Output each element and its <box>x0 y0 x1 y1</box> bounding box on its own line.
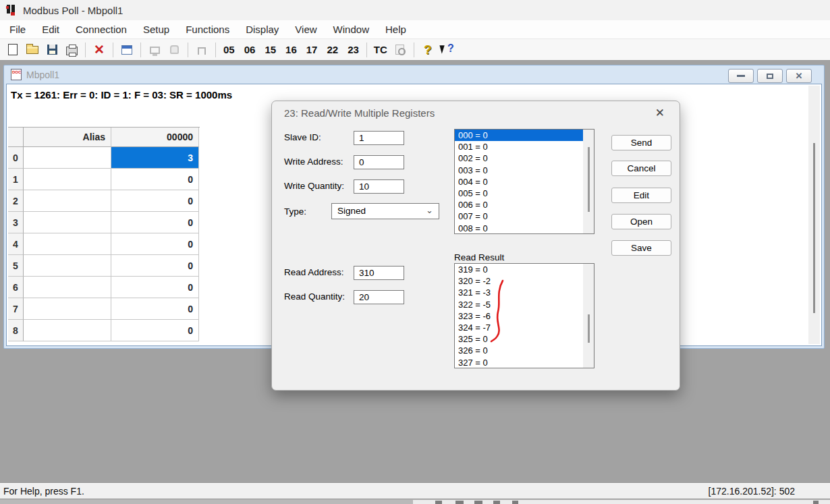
value-cell[interactable]: 0 <box>111 190 199 212</box>
row-header-7[interactable]: 7 <box>8 298 24 320</box>
alias-cell[interactable] <box>24 277 111 298</box>
write-list-item[interactable]: 003 = 0 <box>455 165 594 176</box>
write-list-item[interactable]: 007 = 0 <box>455 211 594 222</box>
row-header-6[interactable]: 6 <box>8 277 24 298</box>
slave-id-field[interactable]: 1 <box>354 131 404 145</box>
function-button-15[interactable]: 15 <box>262 43 279 57</box>
menu-item-connection[interactable]: Connection <box>67 22 135 37</box>
value-cell[interactable]: 0 <box>111 320 199 341</box>
write-list-item[interactable]: 005 = 0 <box>455 188 594 199</box>
write-list-item[interactable]: 002 = 0 <box>455 152 594 164</box>
read-result-item[interactable]: 320 = -2 <box>455 275 594 287</box>
function-button-05[interactable]: 05 <box>221 43 238 57</box>
value-cell[interactable]: 0 <box>111 255 199 277</box>
write-list-item[interactable]: 001 = 0 <box>455 141 594 152</box>
value-cell[interactable]: 0 <box>111 212 199 233</box>
grid-vertical-scrollbar[interactable] <box>808 86 820 344</box>
alias-cell[interactable] <box>24 255 111 277</box>
menu-item-help[interactable]: Help <box>377 22 414 37</box>
menu-item-window[interactable]: Window <box>325 22 377 37</box>
grid-header-00000[interactable]: 00000 <box>111 128 199 147</box>
write-address-field[interactable]: 0 <box>354 155 404 169</box>
function-button-06[interactable]: 06 <box>242 43 258 57</box>
grid-header-alias[interactable]: Alias <box>24 128 111 147</box>
row-header-5[interactable]: 5 <box>8 255 24 277</box>
document-titlebar[interactable]: DOC Mbpoll1 <box>7 65 821 84</box>
function-button-17[interactable]: 17 <box>304 43 321 57</box>
scrollbar-thumb[interactable] <box>588 314 590 343</box>
read-result-item[interactable]: 319 = 0 <box>455 264 594 275</box>
row-header-1[interactable]: 1 <box>8 169 24 190</box>
function-button-16[interactable]: 16 <box>283 43 300 57</box>
value-cell[interactable]: 0 <box>111 277 199 298</box>
write-list-item[interactable]: 008 = 0 <box>455 223 594 234</box>
menu-item-functions[interactable]: Functions <box>177 22 238 37</box>
setup-window-button[interactable] <box>118 42 136 58</box>
single-poll-button[interactable] <box>193 42 211 58</box>
read-result-item[interactable]: 325 = 0 <box>455 333 594 345</box>
edit-button[interactable]: Edit <box>611 188 671 203</box>
dialog-close-icon[interactable]: ✕ <box>655 106 665 120</box>
alias-cell[interactable] <box>24 233 111 255</box>
function-button-23[interactable]: 23 <box>345 43 362 57</box>
function-button-22[interactable]: 22 <box>324 43 341 57</box>
open-button[interactable]: Open <box>611 214 671 229</box>
write-list-item[interactable]: 000 = 0 <box>455 130 594 141</box>
write-values-listbox[interactable]: 000 = 0001 = 0002 = 0003 = 0004 = 0005 =… <box>454 129 594 234</box>
delete-button[interactable]: ✕ <box>90 42 108 58</box>
read-result-item[interactable]: 327 = 0 <box>455 357 594 368</box>
write-quantity-field[interactable]: 10 <box>354 179 404 194</box>
type-dropdown[interactable]: Signed ⌄ <box>331 203 439 219</box>
read-result-item[interactable]: 321 = -3 <box>455 287 594 298</box>
row-header-0[interactable]: 0 <box>8 147 24 169</box>
read-quantity-field[interactable]: 20 <box>354 290 404 304</box>
restore-button[interactable] <box>757 69 783 83</box>
read-result-item[interactable]: 326 = 0 <box>455 345 594 356</box>
alias-cell[interactable] <box>24 147 111 169</box>
write-list-item[interactable]: 006 = 0 <box>455 199 594 211</box>
alias-cell[interactable] <box>24 190 111 212</box>
context-help-button[interactable]: ? <box>439 42 456 58</box>
menu-item-file[interactable]: File <box>1 22 34 37</box>
print-button[interactable] <box>63 42 80 58</box>
open-button[interactable] <box>24 42 41 58</box>
minimize-button[interactable] <box>728 69 754 83</box>
menu-item-edit[interactable]: Edit <box>34 22 67 37</box>
row-header-4[interactable]: 4 <box>8 233 24 255</box>
row-header-3[interactable]: 3 <box>8 212 24 233</box>
read-result-item[interactable]: 322 = -5 <box>455 299 594 310</box>
menu-item-setup[interactable]: Setup <box>135 22 177 37</box>
write-list-item[interactable]: 004 = 0 <box>455 176 594 188</box>
menu-item-view[interactable]: View <box>287 22 325 37</box>
poll-definition-button[interactable] <box>146 42 163 58</box>
menu-item-display[interactable]: Display <box>238 22 287 37</box>
read-address-field[interactable]: 310 <box>354 266 404 280</box>
row-header-8[interactable]: 8 <box>8 320 24 341</box>
test-center-button[interactable]: TC <box>372 43 389 57</box>
close-button[interactable]: ✕ <box>786 69 812 83</box>
read-result-listbox[interactable]: 319 = 0320 = -2321 = -3322 = -5323 = -63… <box>454 263 594 368</box>
alias-cell[interactable] <box>24 169 111 190</box>
save-button[interactable] <box>43 42 61 58</box>
save-button[interactable]: Save <box>611 240 671 256</box>
alias-cell[interactable] <box>24 212 111 233</box>
value-cell[interactable]: 0 <box>111 233 199 255</box>
cancel-button[interactable]: Cancel <box>611 161 671 176</box>
scrollbar-thumb[interactable] <box>813 143 815 313</box>
read-result-item[interactable]: 323 = -6 <box>455 310 594 322</box>
communication-button[interactable] <box>165 42 183 58</box>
read-result-item[interactable]: 324 = -7 <box>455 322 594 333</box>
write-list-scrollbar[interactable] <box>583 130 594 233</box>
alias-cell[interactable] <box>24 320 111 341</box>
read-list-scrollbar[interactable] <box>583 264 594 368</box>
value-cell[interactable]: 0 <box>111 169 199 190</box>
value-cell[interactable]: 0 <box>111 298 199 320</box>
new-button[interactable] <box>4 42 22 58</box>
display-zoom-button[interactable] <box>391 42 409 58</box>
alias-cell[interactable] <box>24 298 111 320</box>
send-button[interactable]: Send <box>611 135 671 150</box>
scrollbar-thumb[interactable] <box>588 147 590 212</box>
row-header-2[interactable]: 2 <box>8 190 24 212</box>
help-button[interactable]: ? <box>419 42 437 58</box>
value-cell[interactable]: 3 <box>111 147 199 169</box>
